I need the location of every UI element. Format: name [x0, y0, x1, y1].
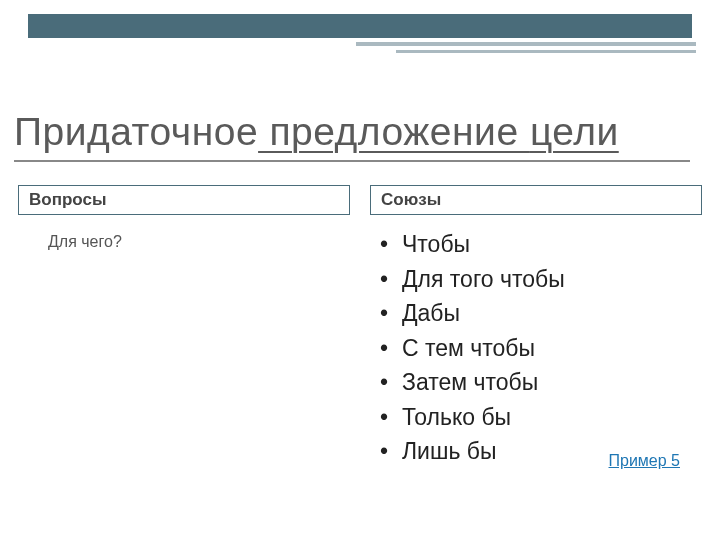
list-item: Для того чтобы	[380, 262, 702, 297]
accent-bar	[28, 14, 692, 38]
slide-title: Придаточное предложение цели	[14, 110, 619, 154]
list-item: Чтобы	[380, 227, 702, 262]
column-header-questions: Вопросы	[18, 185, 350, 215]
column-body: Для чего?	[18, 215, 350, 251]
bullet-list: Чтобы Для того чтобы Дабы С тем чтобы За…	[370, 227, 702, 469]
columns: Вопросы Для чего? Союзы Чтобы Для того ч…	[18, 185, 702, 469]
column-header-conjunctions: Союзы	[370, 185, 702, 215]
title-text: цели	[530, 110, 619, 153]
column-body: Чтобы Для того чтобы Дабы С тем чтобы За…	[370, 215, 702, 469]
column-conjunctions: Союзы Чтобы Для того чтобы Дабы С тем чт…	[370, 185, 702, 469]
accent-line	[356, 42, 696, 46]
accent-line	[396, 50, 696, 53]
list-item: Только бы	[380, 400, 702, 435]
title-text: предложение	[258, 110, 530, 153]
list-item: Дабы	[380, 296, 702, 331]
list-item: Затем чтобы	[380, 365, 702, 400]
example-link[interactable]: Пример 5	[609, 452, 680, 470]
list-item: С тем чтобы	[380, 331, 702, 366]
title-text: Придаточное	[14, 110, 258, 153]
title-rule	[14, 160, 690, 162]
question-text: Для чего?	[18, 227, 350, 251]
column-questions: Вопросы Для чего?	[18, 185, 350, 469]
top-accent	[28, 14, 692, 54]
slide: Придаточное предложение цели Вопросы Для…	[0, 0, 720, 540]
